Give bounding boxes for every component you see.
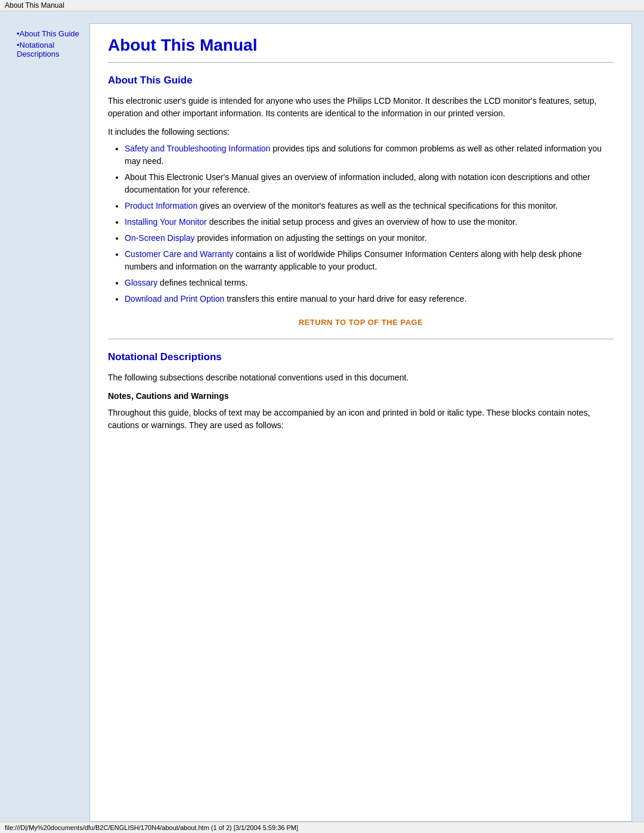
notational-section: Notational Descriptions The following su… bbox=[108, 351, 614, 432]
product-info-link[interactable]: Product Information bbox=[125, 201, 197, 210]
about-guide-section: About This Guide This electronic user's … bbox=[108, 75, 614, 327]
osd-link[interactable]: On-Screen Display bbox=[125, 233, 195, 243]
notes-heading: Notes, Cautions and Warnings bbox=[108, 391, 614, 401]
page-title: About This Manual bbox=[108, 36, 614, 55]
list-item: Glossary defines technical terms. bbox=[125, 277, 614, 289]
main-content: About This Manual About This Guide This … bbox=[89, 23, 632, 822]
download-link[interactable]: Download and Print Option bbox=[125, 294, 224, 304]
list-item-text: gives an overview of the monitor's featu… bbox=[197, 201, 558, 210]
title-divider bbox=[108, 62, 614, 63]
bullet-list: Safety and Troubleshooting Information p… bbox=[108, 143, 614, 305]
list-item: Safety and Troubleshooting Information p… bbox=[125, 143, 614, 168]
list-item-text: describes the initial setup process and … bbox=[207, 217, 518, 227]
installing-link[interactable]: Installing Your Monitor bbox=[125, 217, 207, 227]
about-guide-intro: This electronic user's guide is intended… bbox=[108, 95, 614, 120]
list-item: On-Screen Display provides information o… bbox=[125, 232, 614, 244]
return-link-anchor[interactable]: RETURN TO TOP OF THE PAGE bbox=[299, 318, 423, 327]
sidebar-item-about-guide[interactable]: •About This Guide bbox=[17, 29, 85, 38]
safety-link[interactable]: Safety and Troubleshooting Information bbox=[125, 144, 270, 153]
status-bar-text: file:///D|/My%20documents/dfu/B2C/ENGLIS… bbox=[5, 824, 298, 831]
list-item: Download and Print Option transfers this… bbox=[125, 293, 614, 305]
glossary-link[interactable]: Glossary bbox=[125, 278, 157, 287]
includes-label: It includes the following sections: bbox=[108, 127, 614, 137]
notes-text: Throughout this guide, blocks of text ma… bbox=[108, 407, 614, 432]
list-item-text: defines technical terms. bbox=[157, 278, 247, 287]
title-bar-text: About This Manual bbox=[5, 1, 64, 10]
list-item: Customer Care and Warranty contains a li… bbox=[125, 248, 614, 273]
list-item-text: provides information on adjusting the se… bbox=[195, 233, 427, 243]
list-item: About This Electronic User's Manual give… bbox=[125, 171, 614, 196]
list-item-text: About This Electronic User's Manual give… bbox=[125, 172, 590, 194]
return-to-top[interactable]: RETURN TO TOP OF THE PAGE bbox=[108, 317, 614, 327]
notational-title: Notational Descriptions bbox=[108, 351, 614, 363]
customer-care-link[interactable]: Customer Care and Warranty bbox=[125, 249, 233, 259]
section-divider bbox=[108, 339, 614, 339]
title-bar: About This Manual bbox=[0, 0, 644, 11]
about-guide-title: About This Guide bbox=[108, 75, 614, 86]
notational-intro: The following subsections describe notat… bbox=[108, 371, 614, 384]
list-item: Installing Your Monitor describes the in… bbox=[125, 216, 614, 228]
list-item-text: transfers this entire manual to your har… bbox=[224, 294, 466, 304]
sidebar: •About This Guide •Notational Descriptio… bbox=[12, 23, 89, 822]
list-item: Product Information gives an overview of… bbox=[125, 200, 614, 212]
status-bar: file:///D|/My%20documents/dfu/B2C/ENGLIS… bbox=[0, 822, 644, 833]
sidebar-item-notational[interactable]: •Notational Descriptions bbox=[17, 41, 85, 58]
